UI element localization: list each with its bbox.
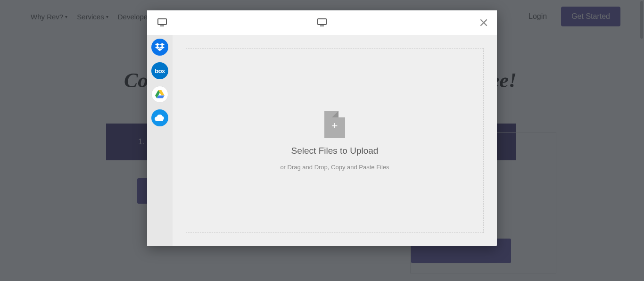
file-add-icon: + [324, 111, 345, 138]
device-icon[interactable] [157, 18, 167, 27]
file-dropzone[interactable]: + Select Files to Upload or Drag and Dro… [186, 48, 484, 233]
cloud-sources-rail: box [147, 35, 173, 246]
file-picker-modal: box + Select Files to Upload or Drag and… [147, 10, 497, 246]
svg-marker-6 [155, 43, 160, 46]
dropzone-subtitle: or Drag and Drop, Copy and Paste Files [280, 164, 389, 171]
modal-header [147, 10, 497, 35]
source-dropbox[interactable] [151, 39, 168, 56]
svg-marker-7 [160, 43, 165, 46]
source-google-drive[interactable] [151, 86, 168, 103]
close-button[interactable] [477, 16, 490, 29]
svg-rect-0 [158, 19, 166, 25]
svg-rect-1 [160, 25, 164, 26]
dropzone-area: + Select Files to Upload or Drag and Dro… [173, 35, 497, 246]
svg-rect-2 [318, 19, 326, 25]
svg-rect-3 [320, 25, 324, 26]
source-onedrive[interactable] [151, 109, 168, 126]
modal-body: box + Select Files to Upload or Drag and… [147, 35, 497, 246]
dropzone-title: Select Files to Upload [291, 146, 379, 156]
device-source-icon[interactable] [317, 18, 327, 27]
source-box[interactable]: box [151, 62, 168, 79]
